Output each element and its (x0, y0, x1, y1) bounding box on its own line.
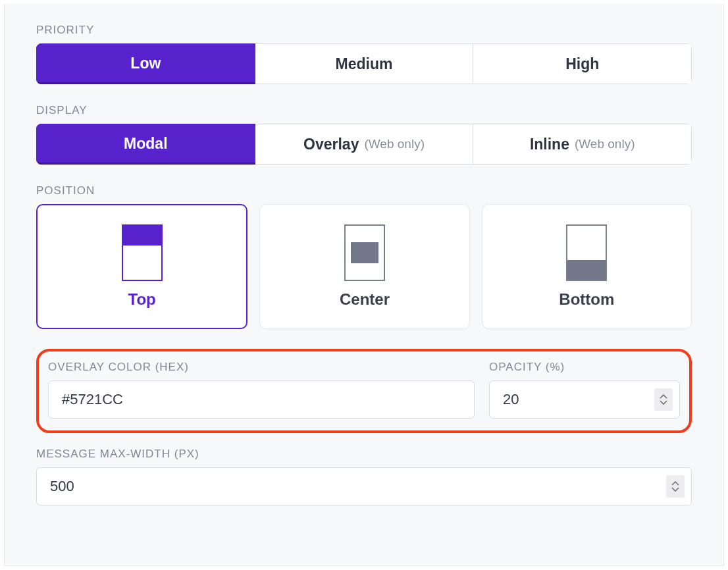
opacity-stepper[interactable] (654, 388, 673, 411)
max-width-field: MESSAGE MAX-WIDTH (PX) (36, 448, 692, 505)
display-segmented-control: Modal Overlay (Web only) Inline (Web onl… (36, 124, 692, 165)
max-width-input[interactable] (50, 478, 678, 495)
display-option-overlay-sub: (Web only) (364, 137, 425, 151)
priority-section: PRIORITY Low Medium High (36, 24, 692, 84)
position-label: POSITION (36, 184, 692, 197)
position-top-label: Top (128, 290, 156, 309)
priority-option-high[interactable]: High (473, 43, 692, 84)
position-bottom-icon (566, 224, 607, 281)
display-option-modal[interactable]: Modal (36, 124, 255, 165)
position-center-label: Center (340, 290, 390, 309)
max-width-input-wrap (36, 467, 692, 505)
priority-option-medium[interactable]: Medium (255, 43, 474, 84)
chevron-down-icon (671, 486, 679, 492)
position-option-bottom[interactable]: Bottom (482, 204, 692, 329)
opacity-input-wrap (489, 380, 680, 419)
position-bottom-label: Bottom (559, 290, 614, 309)
display-label: DISPLAY (36, 104, 692, 117)
chevron-down-icon (660, 400, 667, 405)
position-option-center[interactable]: Center (259, 204, 469, 329)
chevron-up-icon (660, 394, 667, 400)
display-option-inline[interactable]: Inline (Web only) (473, 124, 692, 165)
priority-option-low[interactable]: Low (36, 43, 255, 84)
priority-label: PRIORITY (36, 24, 692, 37)
overlay-color-input[interactable] (62, 391, 461, 408)
position-section: POSITION Top Center Bottom (36, 184, 692, 329)
display-option-inline-sub: (Web only) (575, 137, 635, 151)
display-option-inline-label: Inline (530, 136, 569, 153)
max-width-label: MESSAGE MAX-WIDTH (PX) (36, 448, 692, 461)
position-cards: Top Center Bottom (36, 204, 692, 329)
settings-panel: PRIORITY Low Medium High DISPLAY Modal O… (4, 4, 724, 566)
opacity-label: OPACITY (%) (489, 361, 680, 374)
display-option-modal-label: Modal (124, 135, 167, 153)
highlighted-settings-row: OVERLAY COLOR (HEX) OPACITY (%) (36, 349, 692, 433)
position-option-top[interactable]: Top (36, 204, 247, 329)
opacity-input[interactable] (503, 391, 666, 408)
overlay-color-field: OVERLAY COLOR (HEX) (48, 361, 475, 419)
max-width-stepper[interactable] (666, 475, 685, 498)
position-center-icon (344, 224, 385, 281)
chevron-up-icon (671, 481, 679, 486)
overlay-color-input-wrap (48, 380, 475, 419)
opacity-field: OPACITY (%) (489, 361, 680, 419)
overlay-color-label: OVERLAY COLOR (HEX) (48, 361, 475, 374)
priority-segmented-control: Low Medium High (36, 43, 692, 84)
display-option-overlay-label: Overlay (303, 136, 359, 153)
display-option-overlay[interactable]: Overlay (Web only) (255, 124, 474, 165)
position-top-icon (122, 224, 163, 281)
display-section: DISPLAY Modal Overlay (Web only) Inline … (36, 104, 692, 165)
